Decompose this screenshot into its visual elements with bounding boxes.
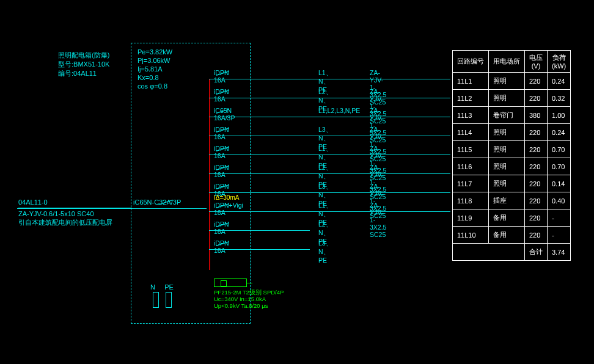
switch-end — [230, 98, 233, 98]
table-cell: 0.40 — [548, 192, 571, 209]
table-cell: 0.32 — [548, 90, 571, 107]
table-row: 11L5照明2200.70 — [453, 141, 571, 158]
table-cell: 220 — [525, 141, 548, 158]
table-cell: 备用 — [489, 209, 525, 227]
param-kx: Kx=0.8 — [138, 73, 172, 82]
table-cell: 11L1 — [453, 73, 489, 90]
terminal-n-icon — [153, 292, 159, 308]
table-cell: 220 — [525, 158, 548, 175]
table-cell: - — [548, 209, 571, 227]
table-total-row: 合计3.74 — [453, 244, 571, 261]
table-cell: 1.00 — [548, 107, 571, 124]
table-row: 11L9备用220- — [453, 209, 571, 227]
table-cell: 11L8 — [453, 192, 489, 209]
table-cell: 220 — [525, 73, 548, 90]
incoming-cable: ZA-YJV-0.6/1-5x10 SC40 — [18, 209, 132, 218]
table-cell: 0.24 — [548, 73, 571, 90]
table-row: 11L10备用220- — [453, 227, 571, 244]
table-cell: 220 — [525, 90, 548, 107]
panel-title: 照明配电箱(防爆) — [58, 51, 109, 60]
switch-end — [230, 136, 233, 136]
terminal-pe-label: PE — [164, 283, 174, 291]
wire-line — [209, 249, 310, 250]
table-cell: 11L5 — [453, 141, 489, 158]
table-cell: 11L6 — [453, 158, 489, 175]
table-cell: 220 — [525, 175, 548, 192]
terminal-n-label: N — [150, 283, 155, 291]
incoming-id: 04AL11-0 — [18, 198, 132, 206]
table-cell: 11L10 — [453, 227, 489, 244]
wire-line — [209, 98, 450, 98]
terminal-block: N PE — [150, 283, 174, 308]
table-cell: 220 — [525, 227, 548, 244]
table-cell: 220 — [525, 192, 548, 209]
wire-line — [209, 117, 450, 117]
breaker-label: iC65N 16A/3P — [214, 107, 235, 122]
table-cell: 照明 — [489, 124, 525, 141]
table-row: 11L3卷帘门3801.00 — [453, 107, 571, 124]
panel-model: 型号:BMX51-10K — [58, 60, 109, 69]
wire-line — [209, 211, 450, 212]
table-header-row: 回路编号用电场所电压(V)负荷(kW) — [453, 51, 571, 73]
total-label: 合计 — [525, 244, 548, 261]
table-cell: 照明 — [489, 175, 525, 192]
cable-label: ZA-YJV-1-3X2.5 SC25 — [370, 202, 386, 238]
table-cell: 照明 — [489, 90, 525, 107]
table-cell: 11L9 — [453, 209, 489, 227]
table-row: 11L6照明2200.70 — [453, 158, 571, 175]
panel-label: 照明配电箱(防爆) 型号:BMX51-10K 编号:04AL11 — [58, 51, 109, 78]
table-cell: 0.70 — [548, 158, 571, 175]
table-cell: 照明 — [489, 158, 525, 175]
table-cell: 0.14 — [548, 175, 571, 192]
circuit-table: 回路编号用电场所电压(V)负荷(kW)11L1照明2200.2411L2照明22… — [452, 50, 571, 261]
table-row: 11L1照明2200.24 — [453, 73, 571, 90]
table-header: 电压(V) — [525, 51, 548, 73]
total-value: 3.74 — [548, 244, 571, 261]
table-cell: 11L3 — [453, 107, 489, 124]
wire-line — [209, 230, 310, 231]
switch-end — [230, 155, 233, 155]
table-cell: 11L2 — [453, 90, 489, 107]
table-cell: - — [548, 227, 571, 244]
wire-line — [209, 79, 450, 79]
incoming-note: 引自本建筑配电间的低压配电屏 — [18, 218, 132, 227]
table-header: 负荷(kW) — [548, 51, 571, 73]
phase-label: L3、N、PE — [318, 239, 332, 264]
switch-end — [230, 117, 233, 117]
table-cell: 0.70 — [548, 141, 571, 158]
switch-end — [230, 230, 233, 231]
wire-line — [209, 136, 450, 136]
wire-line — [209, 155, 450, 155]
switch-end — [230, 173, 233, 174]
param-pj: Pj=3.06kW — [138, 56, 172, 65]
busbar — [209, 79, 210, 270]
table-row: 11L8插座2200.40 — [453, 192, 571, 209]
phase-label: L1,L2,L3,N,PE — [318, 107, 360, 114]
table-row: 11L4照明2200.24 — [453, 124, 571, 141]
param-ij: Ij=5.81A — [138, 65, 172, 73]
switch-end — [230, 249, 233, 250]
incoming-feeder: 04AL11-0 ZA-YJV-0.6/1-5x10 SC40 引自本建筑配电间… — [18, 198, 132, 227]
spd-line1: PF215-2M T2级别 SPD/4P — [214, 289, 284, 296]
switch-end — [230, 192, 233, 193]
table-cell: 220 — [525, 209, 548, 227]
switch-end — [230, 211, 233, 212]
panel-code: 编号:04AL11 — [58, 69, 109, 78]
switch-end — [230, 79, 233, 79]
wire-line — [209, 192, 450, 193]
table-row: 11L2照明2200.32 — [453, 90, 571, 107]
table-row: 11L7照明2200.14 — [453, 175, 571, 192]
device-ext: IΔ=30mA — [214, 194, 239, 201]
terminal-pe-icon — [166, 292, 172, 308]
table-cell: 0.24 — [548, 124, 571, 141]
table-cell: 11L7 — [453, 175, 489, 192]
load-params: Pe=3.82kW Pj=3.06kW Ij=5.81A Kx=0.8 cos … — [138, 48, 172, 90]
table-cell: 卷帘门 — [489, 107, 525, 124]
incoming-wire — [17, 208, 207, 209]
table-cell: 备用 — [489, 227, 525, 244]
wire-line — [209, 173, 450, 174]
spd-line3: Up<0.9kV Ta.8/20 µs — [214, 302, 284, 309]
param-cos: cos φ=0.8 — [138, 82, 172, 90]
table-cell: 照明 — [489, 141, 525, 158]
main-breaker: iC65N-C32A/3P — [133, 198, 181, 206]
